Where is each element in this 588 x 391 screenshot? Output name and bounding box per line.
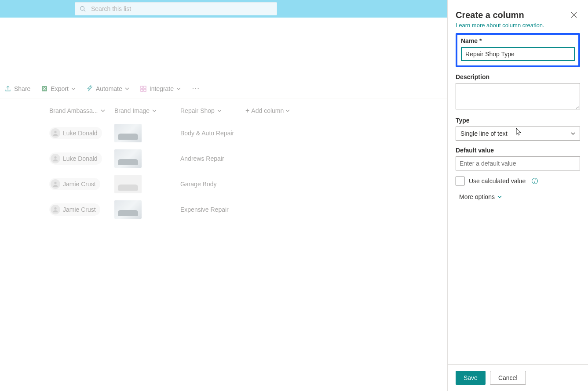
- panel-title: Create a column: [456, 10, 524, 20]
- search-input[interactable]: [90, 5, 272, 13]
- svg-point-0: [80, 7, 84, 11]
- default-value-label: Default value: [456, 147, 580, 154]
- use-calculated-checkbox[interactable]: [456, 177, 464, 185]
- brand-image-thumbnail[interactable]: [114, 124, 142, 142]
- create-column-panel: Create a column Learn more about column …: [447, 0, 588, 391]
- chevron-down-icon: [101, 109, 105, 113]
- chevron-down-icon: [285, 109, 290, 113]
- person-pill[interactable]: Luke Donald: [49, 127, 102, 139]
- chevron-down-icon: [176, 87, 181, 91]
- svg-rect-3: [141, 86, 143, 88]
- plus-icon: +: [245, 107, 249, 114]
- person-name: Jamie Crust: [63, 206, 96, 213]
- use-calculated-label: Use calculated value: [469, 177, 526, 185]
- description-label: Description: [456, 73, 580, 80]
- brand-image-thumbnail[interactable]: [114, 175, 142, 193]
- automate-button[interactable]: Automate: [82, 83, 134, 95]
- chevron-down-icon: [71, 87, 76, 91]
- more-options-toggle[interactable]: More options: [459, 193, 580, 200]
- repair-shop-cell: Andrews Repair: [180, 155, 295, 162]
- share-button[interactable]: Share: [0, 83, 35, 95]
- person-name: Jamie Crust: [63, 181, 96, 188]
- brand-image-thumbnail[interactable]: [114, 149, 142, 168]
- repair-shop-cell: Body & Auto Repair: [180, 130, 295, 137]
- avatar: [51, 205, 60, 214]
- export-label: Export: [51, 85, 68, 92]
- description-input[interactable]: [456, 83, 580, 109]
- brand-image-thumbnail[interactable]: [114, 200, 142, 219]
- more-commands-button[interactable]: ···: [187, 83, 205, 95]
- table-row[interactable]: Jamie Crust Expensive Repair: [0, 197, 447, 222]
- search-icon: [80, 6, 86, 12]
- cursor-icon: [516, 128, 522, 136]
- name-label: Name *: [461, 37, 575, 44]
- column-header-label: Brand Image: [114, 107, 150, 114]
- info-icon[interactable]: i: [532, 178, 538, 184]
- automate-icon: [86, 85, 93, 92]
- close-icon: [571, 12, 577, 18]
- svg-rect-6: [144, 89, 146, 91]
- type-label: Type: [456, 117, 580, 124]
- table-row[interactable]: Luke Donald Andrews Repair: [0, 146, 447, 171]
- share-label: Share: [14, 85, 30, 92]
- more-options-label: More options: [459, 193, 495, 200]
- save-button[interactable]: Save: [456, 371, 486, 385]
- avatar: [51, 128, 60, 138]
- integrate-icon: [140, 85, 147, 92]
- column-header-shop[interactable]: Repair Shop: [180, 107, 245, 114]
- svg-point-8: [54, 156, 56, 159]
- share-icon: [4, 85, 11, 92]
- name-field-highlight: Name *: [456, 33, 580, 67]
- svg-line-1: [84, 10, 86, 12]
- svg-rect-5: [141, 89, 143, 91]
- column-headers: Brand Ambassa... Brand Image Repair Shop…: [0, 98, 447, 120]
- cancel-button[interactable]: Cancel: [490, 371, 526, 385]
- person-name: Luke Donald: [63, 155, 98, 162]
- person-pill[interactable]: Jamie Crust: [49, 178, 100, 190]
- top-bar: [0, 0, 447, 18]
- person-name: Luke Donald: [63, 130, 98, 137]
- panel-footer: Save Cancel: [448, 364, 588, 391]
- type-selected-value: Single line of text: [460, 130, 508, 137]
- column-header-label: Repair Shop: [180, 107, 215, 114]
- chevron-down-icon: [152, 109, 157, 113]
- repair-shop-cell: Garage Body: [180, 181, 295, 188]
- repair-shop-cell: Expensive Repair: [180, 206, 295, 213]
- person-pill[interactable]: Jamie Crust: [49, 203, 100, 216]
- chevron-down-icon: [125, 87, 129, 91]
- chevron-down-icon: [497, 195, 502, 199]
- excel-icon: [41, 85, 48, 92]
- default-value-input[interactable]: [456, 156, 580, 170]
- add-column-button[interactable]: + Add column: [245, 107, 290, 114]
- search-box[interactable]: [75, 2, 277, 15]
- learn-more-link[interactable]: Learn more about column creation.: [456, 22, 580, 29]
- integrate-button[interactable]: Integrate: [135, 83, 185, 95]
- column-header-ambassador[interactable]: Brand Ambassa...: [49, 107, 114, 114]
- close-panel-button[interactable]: [568, 9, 580, 21]
- list-area: Brand Ambassa... Brand Image Repair Shop…: [0, 98, 447, 222]
- column-header-label: Brand Ambassa...: [49, 107, 98, 114]
- chevron-down-icon: [217, 109, 222, 113]
- svg-point-9: [54, 182, 56, 184]
- table-row[interactable]: Jamie Crust Garage Body: [0, 171, 447, 197]
- svg-point-10: [54, 207, 56, 210]
- command-bar: Share Export Automate Integrate ···: [0, 79, 447, 98]
- name-input[interactable]: [461, 47, 575, 61]
- table-row[interactable]: Luke Donald Body & Auto Repair: [0, 120, 447, 146]
- column-header-image[interactable]: Brand Image: [114, 107, 180, 114]
- svg-point-7: [54, 131, 56, 133]
- avatar: [51, 154, 60, 163]
- type-select[interactable]: Single line of text: [456, 127, 580, 141]
- add-column-label: Add column: [251, 107, 284, 114]
- export-button[interactable]: Export: [37, 83, 80, 95]
- automate-label: Automate: [96, 85, 122, 92]
- integrate-label: Integrate: [150, 85, 174, 92]
- person-pill[interactable]: Luke Donald: [49, 152, 102, 165]
- chevron-down-icon: [571, 131, 575, 136]
- svg-rect-4: [144, 86, 146, 88]
- avatar: [51, 179, 60, 189]
